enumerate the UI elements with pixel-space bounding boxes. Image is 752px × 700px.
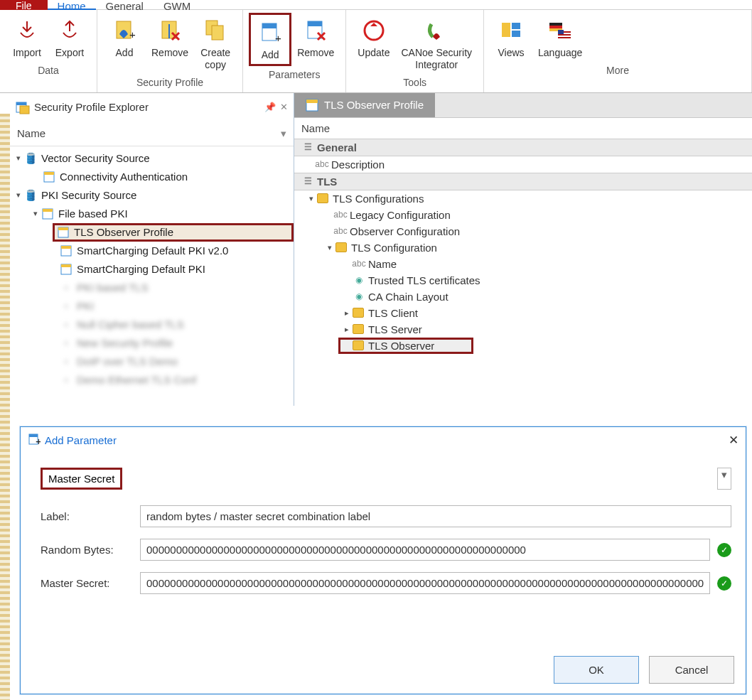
tree-label: PKI (77, 300, 94, 312)
tree-item-blurred[interactable]: ▫Null Cipher based TLS (10, 316, 294, 334)
prop-tls-configuration[interactable]: ▾TLS Configuration (294, 239, 752, 256)
cancel-button[interactable]: Cancel (649, 656, 734, 684)
abc-icon: abc (331, 226, 350, 236)
group-data: Import Export Data (0, 10, 97, 92)
prop-name-field[interactable]: abcName (294, 256, 752, 272)
label-input[interactable] (140, 505, 731, 527)
tree-label: Null Cipher based TLS (77, 318, 184, 330)
import-label: Import (13, 47, 41, 59)
dropdown-icon[interactable]: ▾ (717, 468, 731, 490)
expander-icon[interactable]: ▾ (307, 194, 316, 203)
param-add-label: Add (262, 49, 279, 61)
group-secprof-label: Security Profile (97, 75, 242, 92)
tree-item-blurred[interactable]: ▫PKI based TLS (10, 279, 294, 297)
prop-legacy-config[interactable]: abcLegacy Configuration (294, 207, 752, 223)
close-panel-icon[interactable]: ✕ (280, 102, 288, 112)
random-bytes-input[interactable] (140, 539, 710, 561)
profile-icon: ▫ (60, 337, 72, 350)
explorer-name-header[interactable]: Name ▾ (10, 122, 294, 146)
profile-add-icon: + (111, 17, 138, 44)
update-label: Update (358, 47, 390, 59)
prop-label: TLS Configuration (351, 242, 437, 254)
prop-tls-server[interactable]: ▸TLS Server (294, 321, 752, 338)
export-button[interactable]: Export (48, 13, 91, 62)
tree-item-blurred[interactable]: ▫PKI (10, 297, 294, 316)
tree-pki-security-source[interactable]: ▾🛢️PKI Security Source (10, 186, 294, 205)
tree-item-blurred[interactable]: ▫DoIP over TLS Demo (10, 352, 294, 371)
expander-icon[interactable]: ▾ (326, 243, 334, 252)
prop-observer-config[interactable]: abcObserver Configuration (294, 223, 752, 239)
tree-item-blurred[interactable]: ▫Demo Ethernet TLS Conf (10, 371, 294, 389)
tree-smartcharging-v2[interactable]: SmartCharging Default PKI v2.0 (10, 242, 294, 260)
svg-rect-4 (212, 26, 223, 40)
prop-description[interactable]: abcDescription (294, 156, 752, 173)
param-add-button[interactable]: + Add (249, 13, 291, 66)
detail-tab[interactable]: TLS Observer Profile (294, 93, 435, 117)
tree-vector-security-source[interactable]: ▾🛢️Vector Security Source (10, 149, 294, 168)
svg-rect-13 (512, 31, 520, 37)
svg-rect-36 (306, 99, 318, 103)
expander-icon[interactable]: ▸ (343, 325, 351, 334)
prop-ca-chain[interactable]: ◉CA Chain Layout (294, 289, 752, 305)
param-remove-button[interactable]: Remove (291, 13, 340, 66)
close-icon[interactable]: ✕ (729, 433, 738, 448)
group-params-label: Parameters (243, 68, 345, 85)
tab-file[interactable]: File (0, 0, 48, 10)
profile-remove-button[interactable]: Remove (146, 13, 194, 74)
section-tls[interactable]: ☰TLS (294, 173, 752, 190)
master-secret-input[interactable] (140, 572, 710, 594)
svg-rect-20 (558, 36, 571, 37)
folder-icon (353, 324, 364, 334)
update-button[interactable]: Update (352, 13, 395, 74)
prop-label: Name (368, 258, 397, 270)
tab-home[interactable]: Home (48, 0, 96, 10)
tab-gwm[interactable]: GWM (154, 0, 200, 10)
explorer-panel: Security Profile Explorer 📌 ✕ Name ▾ ▾🛢️… (10, 93, 294, 406)
detail-panel: TLS Observer Profile Name ☰General abcDe… (294, 93, 752, 406)
tree-label: SmartCharging Default PKI v2.0 (77, 244, 228, 257)
integrator-button[interactable]: CANoe Security Integrator (395, 13, 478, 74)
abc-icon: abc (331, 210, 350, 220)
tree-item-blurred[interactable]: ▫New Security Profile (10, 334, 294, 352)
ribbon: Import Export Data + Add Remove Create c… (0, 10, 752, 93)
expander-icon[interactable]: ▾ (31, 209, 40, 218)
import-button[interactable]: Import (6, 13, 48, 62)
label-row: Label: (41, 505, 731, 527)
svg-rect-26 (44, 172, 54, 175)
tree-smartcharging[interactable]: SmartCharging Default PKI (10, 260, 294, 279)
explorer-icon (16, 100, 30, 114)
section-general[interactable]: ☰General (294, 139, 752, 156)
profile-remove-icon (156, 17, 183, 44)
tab-general[interactable]: General (96, 0, 154, 10)
profile-remove-label: Remove (151, 47, 188, 59)
profile-icon: ▫ (60, 355, 72, 368)
profile-icon (43, 171, 55, 183)
ok-button[interactable]: OK (554, 656, 639, 684)
parameter-type-select[interactable]: Master Secret (41, 468, 122, 490)
prop-label: TLS Server (368, 323, 422, 335)
export-label: Export (55, 47, 84, 59)
group-tools: Update CANoe Security Integrator Tools (346, 10, 484, 92)
expander-icon[interactable]: ▾ (14, 190, 23, 200)
prop-tls-observer[interactable]: TLS Observer (338, 338, 473, 354)
tree-tls-observer-profile[interactable]: TLS Observer Profile (53, 223, 294, 242)
views-button[interactable]: Views (490, 13, 532, 62)
explorer-title: Security Profile Explorer (34, 101, 260, 113)
tree-label: DoIP over TLS Demo (77, 355, 178, 367)
expander-icon[interactable]: ▸ (343, 308, 351, 318)
expander-icon[interactable]: ▾ (14, 154, 23, 163)
dropdown-icon[interactable]: ▾ (281, 127, 286, 140)
pin-icon[interactable]: 📌 (264, 102, 276, 112)
create-copy-label: Create copy (200, 47, 230, 71)
list-icon: ☰ (299, 142, 317, 152)
profile-add-button[interactable]: + Add (103, 13, 146, 74)
tree-file-based-pki[interactable]: ▾File based PKI (10, 205, 294, 223)
tree-connectivity-auth[interactable]: Connectivity Authentication (10, 168, 294, 186)
prop-tls-client[interactable]: ▸TLS Client (294, 305, 752, 321)
prop-trusted-certs[interactable]: ◉Trusted TLS certificates (294, 272, 752, 289)
create-copy-button[interactable]: Create copy (194, 13, 237, 74)
prop-tls-configurations[interactable]: ▾TLS Configurations (294, 190, 752, 207)
random-bytes-row: Random Bytes: ✓ (41, 539, 731, 561)
abc-icon: abc (313, 159, 331, 169)
language-button[interactable]: Language (532, 13, 588, 62)
